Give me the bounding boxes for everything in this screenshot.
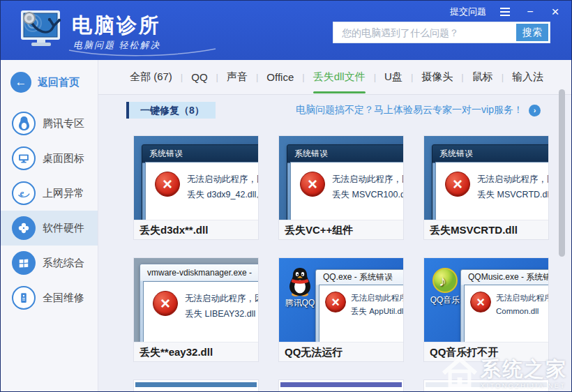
tab-3[interactable]: 声音 xyxy=(227,70,248,84)
back-home-button[interactable]: ← 返回首页 xyxy=(1,70,98,95)
search-input[interactable] xyxy=(333,22,513,43)
issue-card[interactable]: 腾讯QQQQ.exe - 系统错误×无法启动此程序丢失 AppUtil.dllQ… xyxy=(278,257,404,362)
error-line-1: 无法启动此程序，因为 xyxy=(185,291,258,306)
partial-card-titlebar xyxy=(135,382,257,387)
card-caption: QQ无法运行 xyxy=(279,342,403,361)
svg-text:♪: ♪ xyxy=(439,272,446,289)
issue-card[interactable]: vmware-vdiskmanager.exe -×无法启动此程序，因为丢失 L… xyxy=(133,257,259,362)
sidebar-nav: 腾讯专区桌面图标e上网异常软件硬件系统综合全国维修 xyxy=(1,106,98,315)
issue-card[interactable]: ♪QQ音乐QQMusic.exe - 系统错误×无法启动此程序Common.dl… xyxy=(423,257,549,362)
error-dialog-title: 系统错误 xyxy=(290,145,403,162)
sidebar-item-2[interactable]: 桌面图标 xyxy=(1,141,98,176)
vip-promo-link[interactable]: 电脑问题搞不定？马上体验易云专家一对一vip服务！ › xyxy=(296,104,541,116)
error-dialog-title: QQ.exe - 系统错误 xyxy=(319,270,403,285)
app-window: 电脑诊所 电脑问题 轻松解决 提交问题 − × 搜索 ← 返回首页 腾讯专区桌面… xyxy=(0,0,572,392)
error-dialog: vmware-vdiskmanager.exe -×无法启动此程序，因为丢失 L… xyxy=(140,264,258,342)
tab-separator: | xyxy=(302,72,304,82)
issue-card-partial[interactable] xyxy=(278,379,404,391)
minimize-icon[interactable]: − xyxy=(524,6,536,17)
tab-separator: | xyxy=(411,72,413,82)
submit-question-link[interactable]: 提交问题 xyxy=(450,6,486,18)
qqmusic-logo-icon: ♪QQ音乐 xyxy=(427,266,463,306)
sidebar-item-4[interactable]: 软件硬件 xyxy=(1,211,98,246)
issue-card[interactable]: 系统错误×无法启动此程序，因为丢失 MSVCRTD.dll丢失MSVCRTD.d… xyxy=(423,135,549,240)
error-x-icon: × xyxy=(300,172,325,197)
error-dialog-body: ×无法启动此程序，因为丢失 LIBEAY32.dll xyxy=(143,281,258,342)
tab-separator: | xyxy=(502,72,504,82)
tab-separator: | xyxy=(216,72,218,82)
titlebar-controls: 提交问题 − × xyxy=(450,6,562,18)
card-screenshot: ♪QQ音乐QQMusic.exe - 系统错误×无法启动此程序Common.dl… xyxy=(424,258,548,342)
partial-card-titlebar xyxy=(426,382,547,387)
error-message: 无法启动此程序，因为丢失 MSVCRTD.dll xyxy=(477,172,548,202)
error-line-1: 无法启动此程序 xyxy=(351,292,403,305)
vertical-scrollbar[interactable] xyxy=(559,89,565,257)
sidebar-item-label: 软件硬件 xyxy=(43,222,84,235)
sidebar-item-label: 全国维修 xyxy=(43,292,84,305)
desktop-icon-label: 腾讯QQ xyxy=(282,297,318,309)
issue-card-partial[interactable] xyxy=(423,379,549,391)
issue-card-grid: 系统错误×无法启动此程序，因为丢失 d3dx9_42.dll。丢失d3dx**.… xyxy=(133,135,549,391)
error-line-1: 无法启动此程序，因为 xyxy=(477,172,548,187)
error-line-2: 丢失 MSVCRTD.dll xyxy=(477,187,548,202)
menu-icon[interactable] xyxy=(499,6,511,17)
tab-2[interactable]: QQ xyxy=(191,71,207,83)
clover-icon xyxy=(12,216,36,240)
error-message: 无法启动此程序，因为丢失 MSVCR100.dll xyxy=(332,172,403,202)
windows-icon xyxy=(12,251,36,275)
tab-1[interactable]: 全部 (67) xyxy=(130,70,172,84)
tagline-swoosh xyxy=(68,48,218,58)
error-dialog-title: vmware-vdiskmanager.exe - xyxy=(143,264,258,281)
error-line-1: 无法启动此程序，因为 xyxy=(187,172,258,187)
sidebar-item-6[interactable]: 全国维修 xyxy=(1,280,98,315)
tab-5[interactable]: 丢失dll文件 xyxy=(313,70,366,84)
category-tabs: 全部 (67)|QQ|声音|Office|丢失dll文件|U盘|摄像头|鼠标|输… xyxy=(98,60,571,95)
partial-card-titlebar xyxy=(280,382,402,387)
sidebar: ← 返回首页 腾讯专区桌面图标e上网异常软件硬件系统综合全国维修 xyxy=(1,60,98,391)
card-screenshot: 系统错误×无法启动此程序，因为丢失 d3dx9_42.dll。 xyxy=(134,136,258,220)
card-caption: 丢失MSVCRTD.dll xyxy=(424,220,548,239)
repair-icon xyxy=(12,286,36,310)
issue-card-partial[interactable] xyxy=(133,379,259,391)
error-message: 无法启动此程序，因为丢失 LIBEAY32.dll xyxy=(185,291,258,322)
error-dialog-body: ×无法启动此程序，因为丢失 d3dx9_42.dll。 xyxy=(145,162,258,220)
desktop-icon-label: QQ音乐 xyxy=(427,294,463,306)
header: 电脑诊所 电脑问题 轻松解决 提交问题 − × 搜索 xyxy=(1,1,571,60)
tab-4[interactable]: Office xyxy=(266,71,294,83)
one-key-fix-button[interactable]: 一键修复（8） xyxy=(126,102,216,119)
issue-card[interactable]: 系统错误×无法启动此程序，因为丢失 d3dx9_42.dll。丢失d3dx**.… xyxy=(133,135,259,240)
issue-card[interactable]: 系统错误×无法启动此程序，因为丢失 MSVCR100.dll丢失VC++组件 xyxy=(278,135,404,240)
vip-promo-text: 电脑问题搞不定？马上体验易云专家一对一vip服务！ xyxy=(296,104,523,116)
desktop-icon xyxy=(12,146,36,170)
tab-7[interactable]: 摄像头 xyxy=(421,70,453,84)
card-screenshot: vmware-vdiskmanager.exe -×无法启动此程序，因为丢失 L… xyxy=(134,258,258,342)
qq-icon xyxy=(12,112,36,135)
card-caption: 丢失VC++组件 xyxy=(279,220,403,239)
search-button[interactable]: 搜索 xyxy=(516,24,548,41)
error-dialog-body: ×无法启动此程序丢失 AppUtil.dll xyxy=(319,285,403,342)
sidebar-item-1[interactable]: 腾讯专区 xyxy=(1,106,98,141)
sidebar-item-3[interactable]: e上网异常 xyxy=(1,176,98,211)
error-dialog-body: ×无法启动此程序Common.dll xyxy=(464,285,548,342)
back-arrow-icon: ← xyxy=(10,72,31,93)
tab-8[interactable]: 鼠标 xyxy=(472,70,493,84)
error-dialog: 系统错误×无法启动此程序，因为丢失 MSVCR100.dll xyxy=(287,144,403,220)
error-dialog: 系统错误×无法启动此程序，因为丢失 MSVCRTD.dll xyxy=(432,144,548,220)
error-message: 无法启动此程序，因为丢失 d3dx9_42.dll。 xyxy=(187,172,258,202)
close-icon[interactable]: × xyxy=(549,6,562,17)
fix-badge-label: 一键修复（8） xyxy=(129,102,216,119)
error-line-2: 丢失 d3dx9_42.dll。 xyxy=(187,187,258,202)
error-dialog-body: ×无法启动此程序，因为丢失 MSVCRTD.dll xyxy=(435,162,548,220)
sidebar-item-5[interactable]: 系统综合 xyxy=(1,246,98,280)
toolbar: 一键修复（8） 电脑问题搞不定？马上体验易云专家一对一vip服务！ › xyxy=(126,101,541,119)
tab-separator: | xyxy=(181,72,183,82)
tab-6[interactable]: U盘 xyxy=(384,70,402,84)
card-caption: QQ音乐打不开 xyxy=(424,342,548,361)
qq-logo-icon: 腾讯QQ xyxy=(282,266,318,309)
error-line-2: Common.dll xyxy=(496,305,548,318)
page-title: 电脑诊所 xyxy=(72,12,161,40)
error-dialog-title: 系统错误 xyxy=(145,145,258,162)
tab-9[interactable]: 输入法 xyxy=(512,70,543,84)
error-message: 无法启动此程序丢失 AppUtil.dll xyxy=(351,292,403,318)
card-screenshot: 系统错误×无法启动此程序，因为丢失 MSVCRTD.dll xyxy=(424,136,548,220)
